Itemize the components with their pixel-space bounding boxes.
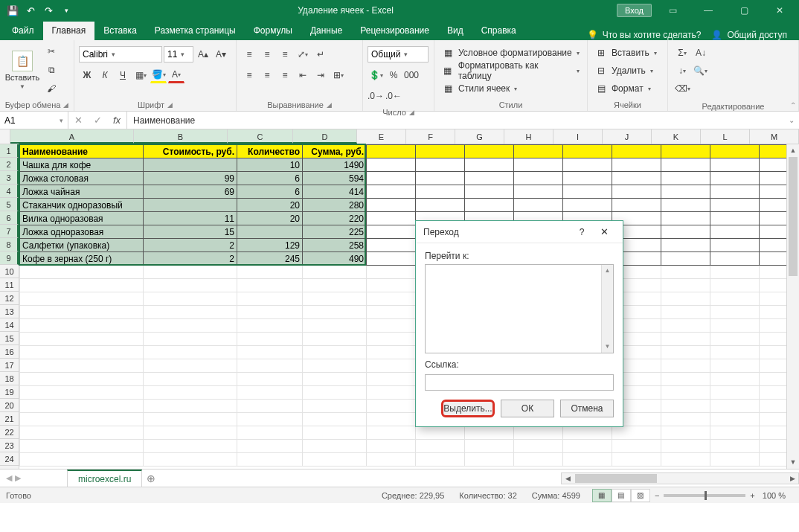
decrease-indent-icon[interactable]: ⇤ bbox=[295, 67, 311, 83]
row-header[interactable]: 15 bbox=[0, 332, 19, 345]
cell[interactable] bbox=[367, 400, 416, 413]
scroll-down-icon[interactable]: ▼ bbox=[787, 456, 799, 469]
cell[interactable]: 10 bbox=[237, 158, 303, 172]
row-header[interactable]: 9 bbox=[0, 251, 19, 265]
cell[interactable] bbox=[237, 306, 303, 319]
cell[interactable] bbox=[661, 212, 710, 225]
cell[interactable] bbox=[303, 413, 367, 426]
scrollbar-thumb[interactable] bbox=[789, 157, 798, 276]
format-cells-button[interactable]: ▤Формат▾ bbox=[592, 80, 654, 97]
cell[interactable] bbox=[661, 266, 710, 279]
cell[interactable]: 20 bbox=[237, 212, 303, 225]
sort-filter-icon[interactable]: A↓ bbox=[692, 45, 710, 61]
view-page-layout-icon[interactable]: ▤ bbox=[612, 489, 631, 502]
cell[interactable] bbox=[612, 172, 661, 185]
tab-insert[interactable]: Вставка bbox=[94, 22, 146, 40]
cell[interactable] bbox=[416, 440, 465, 453]
cell[interactable] bbox=[563, 145, 612, 158]
cell[interactable] bbox=[661, 413, 710, 426]
cell[interactable]: 20 bbox=[237, 199, 303, 212]
cell[interactable] bbox=[367, 306, 416, 319]
cell[interactable] bbox=[367, 333, 416, 346]
fx-icon[interactable]: fx bbox=[107, 115, 126, 126]
row-header[interactable]: 10 bbox=[0, 265, 19, 278]
column-header[interactable]: A bbox=[10, 129, 134, 144]
cell[interactable] bbox=[303, 440, 367, 453]
maximize-icon[interactable]: ▢ bbox=[729, 0, 759, 21]
column-header[interactable]: I bbox=[553, 129, 603, 144]
cell[interactable] bbox=[563, 172, 612, 185]
cell[interactable] bbox=[710, 426, 760, 440]
increase-font-icon[interactable]: A▴ bbox=[195, 46, 211, 63]
cell[interactable] bbox=[416, 145, 465, 158]
borders-icon[interactable]: ▦▾ bbox=[132, 67, 149, 83]
cell[interactable] bbox=[710, 172, 760, 185]
cell[interactable] bbox=[710, 346, 760, 359]
cell[interactable] bbox=[416, 158, 465, 172]
cell[interactable]: 69 bbox=[144, 185, 237, 199]
copy-icon[interactable]: ⧉ bbox=[43, 62, 60, 78]
delete-cells-button[interactable]: ⊟Удалить▾ bbox=[592, 63, 656, 79]
cell[interactable] bbox=[303, 386, 367, 400]
decrease-font-icon[interactable]: A▾ bbox=[213, 46, 229, 63]
cell[interactable] bbox=[710, 453, 760, 467]
fill-icon[interactable]: ↓▾ bbox=[674, 63, 690, 79]
view-normal-icon[interactable]: ▦ bbox=[592, 489, 612, 502]
vertical-scrollbar[interactable]: ▲ ▼ bbox=[786, 144, 799, 469]
dialog-launcher-icon[interactable]: ◢ bbox=[167, 101, 173, 109]
cell[interactable] bbox=[710, 333, 760, 346]
dialog-launcher-icon[interactable]: ◢ bbox=[63, 101, 68, 109]
scroll-right-icon[interactable]: ▶ bbox=[786, 475, 798, 482]
sheet-nav[interactable]: ◀▶ bbox=[0, 473, 67, 483]
cell[interactable] bbox=[303, 426, 367, 440]
autosum-icon[interactable]: Σ▾ bbox=[674, 45, 690, 61]
cell[interactable] bbox=[237, 400, 303, 413]
cell[interactable] bbox=[20, 279, 144, 292]
cell[interactable] bbox=[237, 386, 303, 400]
cell[interactable] bbox=[303, 359, 367, 373]
cell[interactable] bbox=[710, 306, 760, 319]
cell[interactable] bbox=[367, 346, 416, 359]
cell[interactable] bbox=[303, 292, 367, 306]
cell[interactable] bbox=[710, 225, 760, 239]
formula-input[interactable]: Наименование bbox=[127, 112, 784, 129]
cell[interactable] bbox=[710, 266, 760, 279]
add-sheet-icon[interactable]: ⊕ bbox=[142, 472, 160, 484]
cell[interactable] bbox=[710, 239, 760, 252]
row-header[interactable]: 6 bbox=[0, 211, 19, 225]
format-as-table-button[interactable]: ▦Форматировать как таблицу▾ bbox=[439, 63, 583, 79]
cell[interactable] bbox=[303, 346, 367, 359]
cell[interactable] bbox=[465, 185, 514, 199]
row-header[interactable]: 4 bbox=[0, 185, 19, 198]
row-header[interactable]: 8 bbox=[0, 238, 19, 251]
collapse-ribbon-icon[interactable]: ⌃ bbox=[790, 101, 796, 109]
column-header[interactable]: C bbox=[228, 129, 293, 144]
row-header[interactable]: 12 bbox=[0, 292, 19, 305]
cell[interactable]: 414 bbox=[303, 185, 367, 199]
cell[interactable] bbox=[710, 212, 760, 225]
clear-icon[interactable]: ⌫▾ bbox=[674, 80, 690, 97]
cell[interactable] bbox=[144, 440, 237, 453]
chevron-right-icon[interactable]: ▶ bbox=[15, 473, 21, 483]
cell[interactable] bbox=[237, 359, 303, 373]
cell[interactable] bbox=[144, 319, 237, 333]
reference-input[interactable] bbox=[425, 374, 614, 391]
cell[interactable] bbox=[563, 440, 612, 453]
listbox-scrollbar[interactable]: ▲▼ bbox=[601, 265, 613, 353]
insert-cells-button[interactable]: ⊞Вставить▾ bbox=[592, 45, 660, 61]
close-icon[interactable]: ✕ bbox=[765, 0, 795, 21]
goto-listbox[interactable]: ▲▼ bbox=[425, 264, 614, 353]
cell[interactable] bbox=[710, 413, 760, 426]
row-header[interactable]: 14 bbox=[0, 318, 19, 332]
cell[interactable] bbox=[144, 453, 237, 467]
column-header[interactable]: K bbox=[652, 129, 701, 144]
cell[interactable]: 6 bbox=[237, 172, 303, 185]
cell[interactable] bbox=[367, 440, 416, 453]
cell[interactable] bbox=[514, 453, 563, 467]
cell[interactable] bbox=[144, 158, 237, 172]
cell[interactable] bbox=[416, 426, 465, 440]
cell[interactable] bbox=[237, 279, 303, 292]
cell[interactable] bbox=[465, 199, 514, 212]
cell[interactable] bbox=[144, 426, 237, 440]
cell[interactable] bbox=[661, 373, 710, 386]
